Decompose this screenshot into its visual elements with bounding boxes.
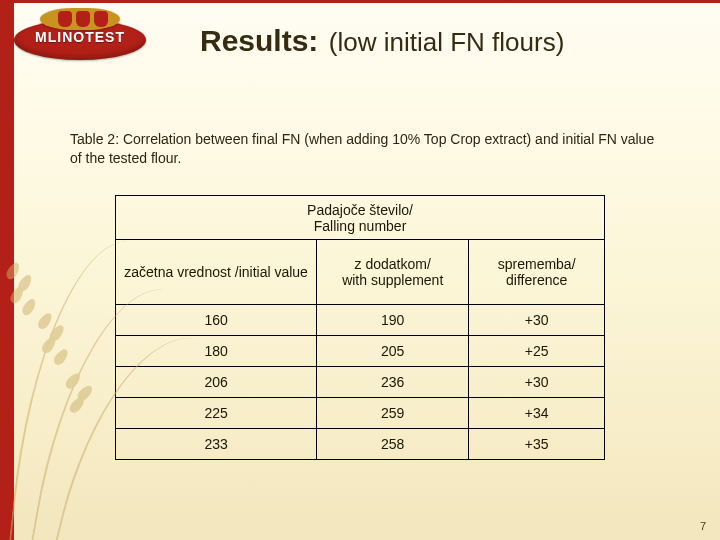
cell: +35 <box>469 429 605 460</box>
cell: 236 <box>317 367 469 398</box>
table-row: 206236+30 <box>116 367 605 398</box>
cell: 190 <box>317 305 469 336</box>
table-row: 160190+30 <box>116 305 605 336</box>
col-header-initial: začetna vrednost /initial value <box>116 240 317 305</box>
cell: 233 <box>116 429 317 460</box>
cell: 259 <box>317 398 469 429</box>
table-top-header: Padajoče število/Falling number <box>116 196 605 240</box>
data-table: Padajoče število/Falling number začetna … <box>115 195 605 460</box>
logo-text: MLINOTEST <box>6 29 154 45</box>
cell: 160 <box>116 305 317 336</box>
cell: 180 <box>116 336 317 367</box>
col-header-supplement: z dodatkom/with supplement <box>317 240 469 305</box>
table-row: 225259+34 <box>116 398 605 429</box>
table-caption: Table 2: Correlation between final FN (w… <box>70 130 660 168</box>
left-ribbon <box>0 0 14 540</box>
cell: +34 <box>469 398 605 429</box>
cell: +30 <box>469 305 605 336</box>
slide-title: Results: (low initial FN flours) <box>200 24 564 58</box>
title-subtitle: (low initial FN flours) <box>329 27 565 57</box>
table-row: 233258+35 <box>116 429 605 460</box>
title-strong: Results: <box>200 24 318 57</box>
brand-logo: MLINOTEST <box>6 8 156 66</box>
cell: 206 <box>116 367 317 398</box>
page-number: 7 <box>700 520 706 532</box>
slide: MLINOTEST Results: (low initial FN flour… <box>0 0 720 540</box>
falling-number-table: Padajoče število/Falling number začetna … <box>115 195 605 460</box>
cell: 258 <box>317 429 469 460</box>
cell: +30 <box>469 367 605 398</box>
cell: 205 <box>317 336 469 367</box>
table-row: 180205+25 <box>116 336 605 367</box>
cell: +25 <box>469 336 605 367</box>
logo-gold-badge <box>40 8 120 30</box>
table-body: 160190+30 180205+25 206236+30 225259+34 … <box>116 305 605 460</box>
top-ribbon <box>0 0 720 3</box>
cell: 225 <box>116 398 317 429</box>
col-header-difference: sprememba/difference <box>469 240 605 305</box>
